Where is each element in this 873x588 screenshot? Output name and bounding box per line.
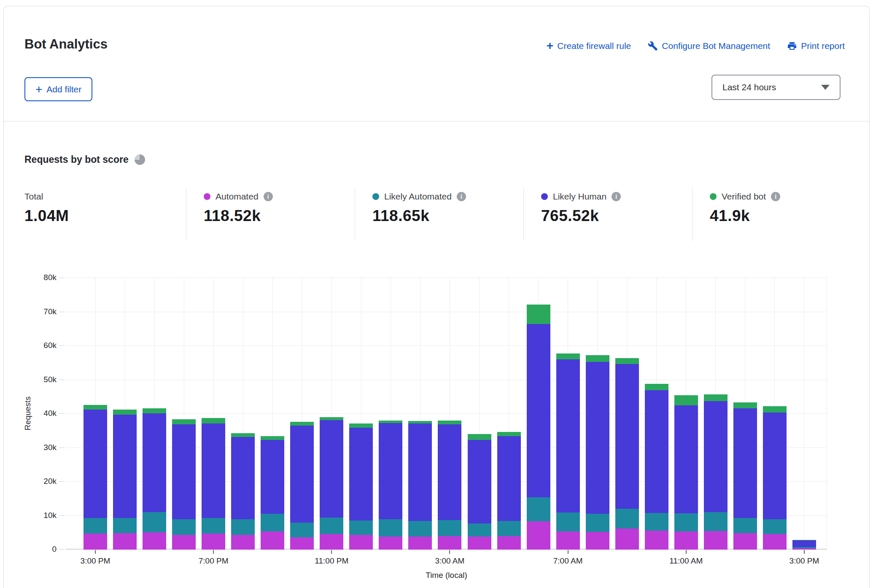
bar-segment-likely-automated[interactable] (497, 521, 521, 536)
bar-segment-verified-bot[interactable] (733, 402, 757, 408)
info-icon[interactable]: i (264, 192, 273, 201)
bar-segment-automated[interactable] (320, 534, 343, 550)
bar-segment-likely-automated[interactable] (113, 518, 137, 533)
bar-segment-verified-bot[interactable] (586, 355, 609, 362)
bar-1100am[interactable] (674, 395, 698, 550)
info-icon[interactable]: i (771, 192, 780, 201)
bar-segment-likely-automated[interactable] (733, 518, 757, 533)
bar-800pm[interactable] (231, 433, 255, 550)
bar-segment-likely-automated[interactable] (438, 520, 461, 536)
bar-segment-automated[interactable] (674, 531, 698, 550)
bar-segment-verified-bot[interactable] (763, 406, 787, 413)
bar-segment-likely-human[interactable] (792, 540, 816, 547)
bar-segment-automated[interactable] (497, 536, 521, 550)
bar-segment-likely-human[interactable] (113, 415, 137, 518)
bar-segment-automated[interactable] (143, 532, 166, 550)
bar-1200am[interactable] (349, 423, 373, 550)
bar-400am[interactable] (468, 434, 491, 550)
bar-segment-automated[interactable] (438, 536, 461, 550)
bar-segment-verified-bot[interactable] (84, 405, 107, 409)
bar-600pm[interactable] (172, 419, 196, 550)
bar-segment-likely-automated[interactable] (408, 521, 432, 537)
bar-segment-likely-human[interactable] (763, 413, 787, 520)
bar-200pm[interactable] (763, 406, 787, 550)
bar-200am[interactable] (408, 421, 432, 550)
bar-segment-likely-automated[interactable] (468, 523, 491, 537)
bar-700am[interactable] (556, 353, 580, 550)
bar-segment-automated[interactable] (763, 534, 787, 550)
info-icon[interactable]: i (612, 192, 621, 201)
bar-segment-likely-human[interactable] (143, 413, 166, 512)
bar-segment-automated[interactable] (261, 531, 284, 550)
bar-segment-automated[interactable] (202, 534, 225, 550)
bar-300pm[interactable] (84, 405, 107, 550)
bar-segment-likely-automated[interactable] (143, 512, 166, 532)
bar-segment-automated[interactable] (645, 531, 668, 550)
bar-segment-automated[interactable] (113, 533, 137, 550)
bar-segment-likely-automated[interactable] (645, 513, 668, 531)
bar-segment-likely-human[interactable] (379, 423, 402, 520)
bar-segment-likely-human[interactable] (84, 410, 107, 518)
bar-100am[interactable] (379, 421, 402, 550)
bar-segment-likely-human[interactable] (527, 324, 550, 497)
bar-1100pm[interactable] (320, 417, 343, 550)
bar-segment-automated[interactable] (172, 535, 196, 550)
bar-segment-verified-bot[interactable] (468, 434, 491, 440)
bar-300pm[interactable] (792, 540, 816, 550)
bar-segment-likely-human[interactable] (290, 426, 314, 523)
bar-segment-likely-automated[interactable] (586, 514, 609, 532)
bar-segment-likely-human[interactable] (349, 428, 373, 521)
bar-segment-verified-bot[interactable] (113, 410, 137, 414)
bar-segment-automated[interactable] (733, 533, 757, 550)
time-range-select[interactable]: Last 24 hours (711, 75, 841, 100)
bar-segment-automated[interactable] (349, 535, 373, 550)
bar-segment-likely-automated[interactable] (172, 519, 196, 535)
bar-segment-likely-human[interactable] (408, 423, 432, 521)
bar-500pm[interactable] (143, 408, 166, 550)
bar-segment-likely-automated[interactable] (231, 519, 255, 535)
bar-segment-automated[interactable] (527, 521, 550, 550)
bar-segment-likely-automated[interactable] (349, 521, 373, 535)
bar-segment-verified-bot[interactable] (231, 433, 255, 437)
bar-segment-likely-human[interactable] (497, 436, 521, 521)
bar-segment-likely-automated[interactable] (379, 519, 402, 536)
bar-segment-likely-human[interactable] (231, 437, 255, 519)
bar-segment-verified-bot[interactable] (704, 394, 728, 401)
bar-700pm[interactable] (202, 418, 225, 550)
bar-segment-automated[interactable] (615, 529, 639, 550)
print-report-link[interactable]: Print report (787, 41, 845, 51)
bar-segment-verified-bot[interactable] (202, 418, 225, 423)
bar-900am[interactable] (615, 358, 639, 550)
bar-segment-verified-bot[interactable] (615, 358, 639, 364)
bar-segment-automated[interactable] (84, 534, 107, 550)
bar-segment-verified-bot[interactable] (349, 423, 373, 428)
bar-segment-likely-human[interactable] (172, 424, 196, 519)
bar-segment-likely-human[interactable] (261, 440, 284, 514)
info-icon[interactable]: i (457, 192, 466, 201)
bar-100pm[interactable] (733, 402, 757, 550)
bar-segment-verified-bot[interactable] (172, 419, 196, 424)
bar-segment-likely-human[interactable] (202, 423, 225, 518)
bar-segment-likely-automated[interactable] (290, 523, 314, 537)
bar-segment-automated[interactable] (704, 531, 728, 550)
bar-1000am[interactable] (645, 384, 668, 550)
create-firewall-rule-link[interactable]: + Create firewall rule (547, 41, 631, 51)
bar-segment-verified-bot[interactable] (556, 353, 580, 359)
bar-segment-verified-bot[interactable] (261, 436, 284, 440)
bar-segment-likely-human[interactable] (320, 420, 343, 518)
configure-bot-management-link[interactable]: Configure Bot Management (648, 41, 770, 51)
bar-segment-automated[interactable] (231, 535, 255, 550)
add-filter-button[interactable]: + Add filter (24, 77, 92, 101)
bar-1200pm[interactable] (704, 394, 728, 550)
bar-900pm[interactable] (261, 436, 284, 550)
bar-400pm[interactable] (113, 410, 137, 550)
bar-segment-likely-automated[interactable] (527, 497, 550, 521)
bar-segment-likely-automated[interactable] (84, 518, 107, 534)
bar-segment-likely-automated[interactable] (674, 513, 698, 531)
bar-segment-likely-human[interactable] (674, 405, 698, 513)
bar-segment-automated[interactable] (792, 548, 816, 550)
bar-segment-likely-automated[interactable] (615, 509, 639, 529)
bar-segment-likely-human[interactable] (556, 359, 580, 512)
bar-segment-likely-human[interactable] (704, 401, 728, 512)
bar-segment-verified-bot[interactable] (438, 421, 461, 424)
